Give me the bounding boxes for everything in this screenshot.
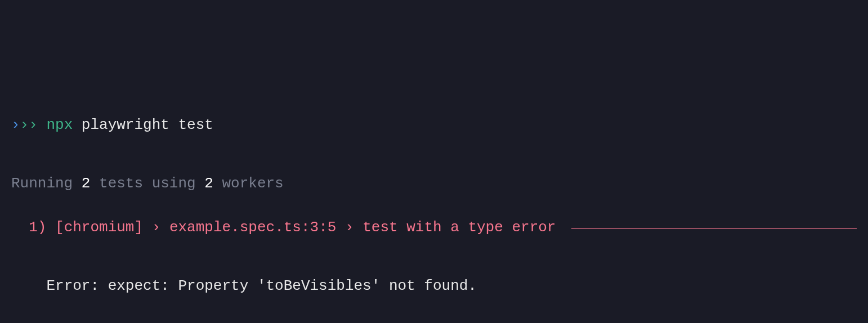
- prompt-chevron-icon: ›: [20, 116, 29, 133]
- failure-index: 1): [29, 219, 46, 236]
- error-message: Error: expect: Property 'toBeVisibles' n…: [11, 275, 857, 297]
- failure-header: 1) [chromium] › example.spec.ts:3:5 › te…: [11, 217, 857, 239]
- failure-file: example.spec.ts:3:5: [169, 219, 336, 236]
- chevron-icon: ›: [345, 219, 354, 236]
- prompt-line: ››› npx playwright test: [11, 114, 857, 136]
- failure-browser: [chromium]: [55, 219, 143, 236]
- error-text: Error: expect: Property 'toBeVisibles' n…: [46, 277, 477, 294]
- chevron-icon: ›: [152, 219, 161, 236]
- status-prefix: Running: [11, 175, 82, 192]
- test-count: 2: [82, 175, 91, 192]
- status-suffix: workers: [213, 175, 284, 192]
- failure-title: test with a type error: [363, 219, 556, 236]
- command-name: npx: [46, 116, 73, 133]
- separator-line: [571, 228, 857, 229]
- prompt-chevron-icon: ›: [11, 116, 20, 133]
- prompt-chevron-icon: ›: [29, 116, 38, 133]
- status-line: Running 2 tests using 2 workers: [11, 173, 857, 195]
- status-mid: tests using: [90, 175, 204, 192]
- command-args: playwright test: [82, 116, 213, 133]
- terminal-output: ››› npx playwright test Running 2 tests …: [11, 92, 857, 323]
- worker-count: 2: [204, 175, 213, 192]
